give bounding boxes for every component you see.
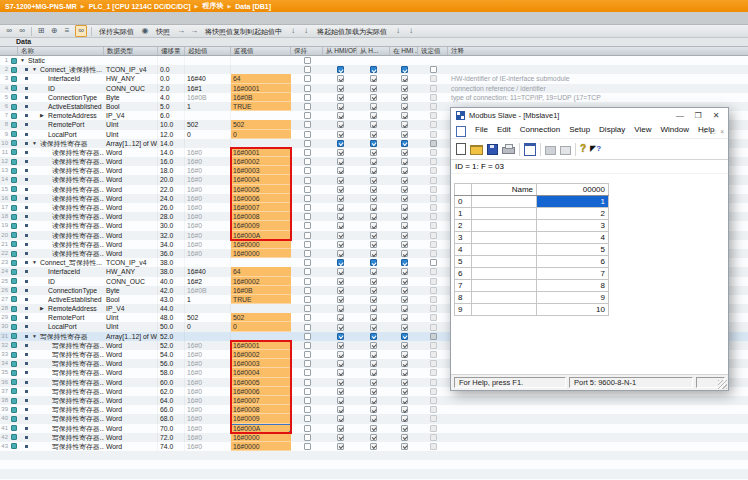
- setpoint-checkbox[interactable]: [430, 369, 437, 376]
- in-hmi-checkbox[interactable]: [401, 415, 408, 422]
- display-setup-icon[interactable]: [524, 143, 536, 156]
- from-hmi-opc-checkbox[interactable]: [337, 213, 344, 220]
- retain-checkbox[interactable]: [304, 415, 311, 422]
- in-hmi-checkbox[interactable]: [401, 434, 408, 441]
- from-h-checkbox[interactable]: [370, 85, 377, 92]
- from-h-checkbox[interactable]: [370, 296, 377, 303]
- in-hmi-checkbox[interactable]: [401, 158, 408, 165]
- variable-name-cell[interactable]: InterfaceId: [18, 74, 104, 83]
- from-h-checkbox[interactable]: [370, 66, 377, 73]
- setpoint-checkbox[interactable]: [430, 415, 437, 422]
- from-hmi-opc-checkbox[interactable]: [337, 333, 344, 340]
- header-setpoint[interactable]: 设定值: [418, 47, 448, 55]
- from-h-checkbox[interactable]: [370, 195, 377, 202]
- in-hmi-checkbox[interactable]: [401, 222, 408, 229]
- breadcrumb-item-plc[interactable]: PLC_1 [CPU 1214C DC/DC/DC]: [89, 3, 191, 10]
- retain-checkbox[interactable]: [304, 379, 311, 386]
- from-h-checkbox[interactable]: [370, 425, 377, 432]
- from-h-checkbox[interactable]: [370, 443, 377, 450]
- from-hmi-opc-checkbox[interactable]: [337, 85, 344, 92]
- setpoint-checkbox[interactable]: [430, 250, 437, 257]
- from-h-checkbox[interactable]: [370, 379, 377, 386]
- retain-checkbox[interactable]: [304, 333, 311, 340]
- retain-checkbox[interactable]: [304, 397, 311, 404]
- in-hmi-checkbox[interactable]: [401, 360, 408, 367]
- start-value-cell[interactable]: 16#0: [185, 359, 231, 368]
- retain-checkbox[interactable]: [304, 140, 311, 147]
- grid-row-header[interactable]: 4: [455, 244, 472, 256]
- retain-checkbox[interactable]: [304, 204, 311, 211]
- setpoint-checkbox[interactable]: [430, 140, 437, 147]
- expand-down-icon[interactable]: ▼: [32, 332, 37, 341]
- from-h-checkbox[interactable]: [370, 324, 377, 331]
- setpoint-checkbox[interactable]: [430, 222, 437, 229]
- variable-name-cell[interactable]: LocalPort: [18, 130, 104, 139]
- variable-name-cell[interactable]: ▼写保持性寄存器: [18, 332, 104, 341]
- grid-row-header[interactable]: 3: [455, 232, 472, 244]
- variable-name-cell[interactable]: 读保持性寄存器...: [18, 166, 104, 175]
- in-hmi-checkbox[interactable]: [401, 369, 408, 376]
- variable-name-cell[interactable]: 写保持性寄存器...: [18, 368, 104, 377]
- resize-grip[interactable]: [718, 380, 727, 389]
- start-value-cell[interactable]: 16#0: [185, 240, 231, 249]
- setpoint-checkbox[interactable]: [430, 425, 437, 432]
- start-value-cell[interactable]: 1: [185, 102, 231, 111]
- grid-value-cell[interactable]: 5: [537, 244, 609, 256]
- setpoint-checkbox[interactable]: [430, 268, 437, 275]
- in-hmi-checkbox[interactable]: [401, 379, 408, 386]
- variable-name-cell[interactable]: 读保持性寄存器...: [18, 148, 104, 157]
- monitor-value-cell[interactable]: 16#0002: [231, 277, 291, 286]
- from-h-checkbox[interactable]: [370, 415, 377, 422]
- monitor-value-cell[interactable]: 16#0B: [231, 93, 291, 102]
- retain-checkbox[interactable]: [304, 342, 311, 349]
- monitor-value-cell[interactable]: 16#0000: [231, 249, 291, 258]
- variable-name-cell[interactable]: InterfaceId: [18, 267, 104, 276]
- retain-checkbox[interactable]: [304, 388, 311, 395]
- in-hmi-checkbox[interactable]: [401, 268, 408, 275]
- variable-name-cell[interactable]: 写保持性寄存器...: [18, 387, 104, 396]
- in-hmi-checkbox[interactable]: [401, 259, 408, 266]
- variable-name-cell[interactable]: ▼Static: [18, 56, 104, 65]
- table-row[interactable]: 39写保持性寄存器...Word66.016#016#0008: [0, 405, 748, 414]
- retain-checkbox[interactable]: [304, 305, 311, 312]
- start-value-cell[interactable]: 16#0: [185, 231, 231, 240]
- in-hmi-checkbox[interactable]: [401, 425, 408, 432]
- start-value-cell[interactable]: 16#0: [185, 157, 231, 166]
- start-value-cell[interactable]: 16#0: [185, 185, 231, 194]
- from-hmi-opc-checkbox[interactable]: [337, 112, 344, 119]
- setpoint-checkbox[interactable]: [430, 342, 437, 349]
- grid-name-cell[interactable]: [472, 292, 537, 304]
- variable-name-cell[interactable]: 写保持性寄存器...: [18, 442, 104, 451]
- setpoint-checkbox[interactable]: [430, 177, 437, 184]
- add-row-icon[interactable]: ⊕: [49, 26, 59, 36]
- from-hmi-opc-checkbox[interactable]: [337, 415, 344, 422]
- retain-checkbox[interactable]: [304, 66, 311, 73]
- load-all-values-icon[interactable]: ↓: [406, 26, 416, 36]
- mdi-child-icon[interactable]: [456, 126, 466, 137]
- start-value-cell[interactable]: 16#0B: [185, 286, 231, 295]
- header-from-hmi-opc[interactable]: 从 HMI/OPC..: [323, 47, 357, 55]
- setpoint-checkbox[interactable]: [430, 103, 437, 110]
- grid-row-header[interactable]: 8: [455, 292, 472, 304]
- in-hmi-checkbox[interactable]: [401, 121, 408, 128]
- from-hmi-opc-checkbox[interactable]: [337, 406, 344, 413]
- expand-down-icon[interactable]: ▼: [32, 139, 37, 148]
- from-hmi-opc-checkbox[interactable]: [337, 397, 344, 404]
- copy-snapshots-to-start-values-button[interactable]: 将快照值复制到起始值中: [202, 26, 285, 37]
- setpoint-checkbox[interactable]: [430, 360, 437, 367]
- from-h-checkbox[interactable]: [370, 278, 377, 285]
- header-retain[interactable]: 保持: [291, 47, 323, 55]
- expand-down-icon[interactable]: ▼: [20, 56, 25, 65]
- variable-name-cell[interactable]: 读保持性寄存器...: [18, 231, 104, 240]
- from-hmi-opc-checkbox[interactable]: [337, 369, 344, 376]
- from-hmi-opc-checkbox[interactable]: [337, 360, 344, 367]
- in-hmi-checkbox[interactable]: [401, 149, 408, 156]
- variable-name-cell[interactable]: 读保持性寄存器...: [18, 185, 104, 194]
- from-hmi-opc-checkbox[interactable]: [337, 204, 344, 211]
- from-hmi-opc-checkbox[interactable]: [337, 324, 344, 331]
- from-hmi-opc-checkbox[interactable]: [337, 250, 344, 257]
- retain-checkbox[interactable]: [304, 278, 311, 285]
- menu-item-window[interactable]: Window: [661, 124, 689, 137]
- in-hmi-checkbox[interactable]: [401, 443, 408, 450]
- from-h-checkbox[interactable]: [370, 213, 377, 220]
